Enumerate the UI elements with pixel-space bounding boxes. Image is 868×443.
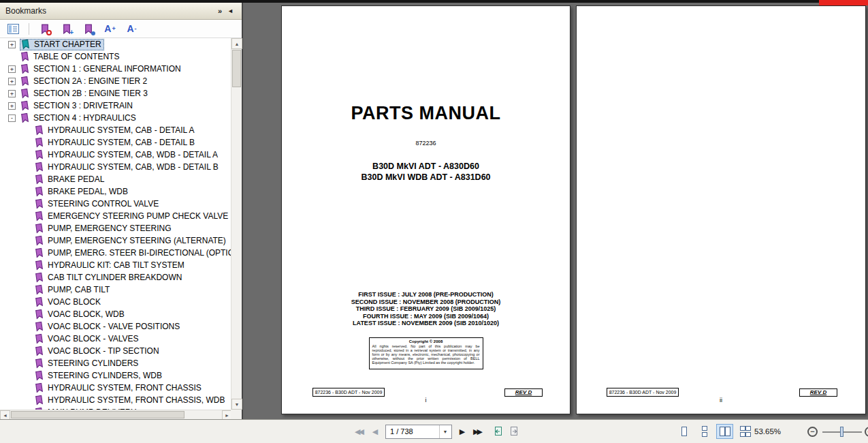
- bookmark-item[interactable]: HYDRAULIC SYSTEM, CAB, WDB - DETAIL A: [0, 149, 231, 161]
- expand-panels-icon[interactable]: »: [215, 7, 225, 15]
- bookmark-item[interactable]: +SECTION 1 : GENERAL INFORMATION: [0, 63, 231, 75]
- bookmark-entry[interactable]: VOAC BLOCK - VALVE POSITIONS: [34, 321, 182, 333]
- bookmark-item[interactable]: PUMP, EMERGENCY STEERING (ALTERNATE): [0, 234, 231, 247]
- bookmark-item[interactable]: VOAC BLOCK - TIP SECTION: [0, 345, 231, 357]
- bookmark-item[interactable]: HYDRAULIC SYSTEM, FRONT CHASSIS, WDB: [0, 394, 231, 406]
- bookmark-entry[interactable]: TABLE OF CONTENTS: [20, 51, 121, 63]
- expand-branch-icon[interactable]: +: [8, 90, 16, 97]
- bookmark-item[interactable]: PUMP, EMERGENCY STEERING: [0, 222, 231, 234]
- bookmark-item[interactable]: VOAC BLOCK - VALVES: [0, 333, 231, 345]
- bookmark-item[interactable]: VOAC BLOCK - VALVE POSITIONS: [0, 320, 231, 333]
- single-page-view-button[interactable]: [675, 424, 692, 439]
- bookmark-entry[interactable]: HYDRAULIC SYSTEM, FRONT CHASSIS: [34, 382, 204, 394]
- continuous-view-button[interactable]: [696, 424, 713, 439]
- bookmark-entry[interactable]: STEERING CONTROL VALVE: [34, 198, 161, 210]
- bookmark-item[interactable]: -SECTION 4 : HYDRAULICS: [0, 112, 231, 124]
- bookmark-entry[interactable]: PUMP, CAB TILT: [34, 284, 112, 296]
- bookmark-item[interactable]: VOAC BLOCK, WDB: [0, 308, 231, 320]
- decrease-text-size-button[interactable]: A-: [123, 21, 141, 37]
- bookmark-item[interactable]: STEERING CYLINDERS, WDB: [0, 369, 231, 382]
- bookmark-entry[interactable]: PUMP, EMERGENCY STEERING: [34, 223, 174, 234]
- bookmark-item[interactable]: +SECTION 2B : ENGINE TIER 3: [0, 87, 231, 100]
- bookmark-item[interactable]: BRAKE PEDAL, WDB: [0, 185, 231, 198]
- previous-page-button[interactable]: ◀: [370, 424, 381, 439]
- expand-branch-icon[interactable]: +: [8, 65, 16, 73]
- continuous-facing-view-button[interactable]: [737, 424, 754, 439]
- hide-panel-icon[interactable]: ◄: [225, 7, 236, 14]
- bookmark-entry[interactable]: BRAKE PEDAL: [34, 174, 106, 185]
- vertical-scroll-thumb[interactable]: [232, 50, 241, 87]
- bookmark-item[interactable]: BRAKE PEDAL: [0, 173, 231, 185]
- bookmark-entry[interactable]: BRAKE PEDAL, WDB: [34, 186, 130, 198]
- document-page-1[interactable]: PARTS MANUAL 872236 B30D MkVI ADT - A830…: [281, 5, 570, 414]
- bookmark-entry[interactable]: VOAC BLOCK - TIP SECTION: [34, 346, 161, 357]
- bookmark-entry[interactable]: HYDRAULIC SYSTEM, FRONT CHASSIS, WDB: [34, 395, 227, 406]
- bookmark-entry[interactable]: HYDRAULIC SYSTEM, CAB, WDB - DETAIL B: [34, 162, 221, 173]
- bookmark-entry[interactable]: START CHAPTER: [20, 39, 104, 50]
- bookmark-item[interactable]: STEERING CYLINDERS: [0, 357, 231, 369]
- bookmark-item[interactable]: TABLE OF CONTENTS: [0, 50, 231, 63]
- scroll-up-icon[interactable]: ▲: [231, 38, 242, 49]
- increase-text-size-button[interactable]: A+: [101, 21, 119, 37]
- zoom-level[interactable]: 53.65%: [754, 427, 781, 436]
- next-page-button[interactable]: ▶: [457, 424, 468, 439]
- bookmark-entry[interactable]: VOAC BLOCK - VALVES: [34, 333, 141, 345]
- page-dropdown-icon[interactable]: ▼: [439, 425, 451, 438]
- zoom-slider-thumb[interactable]: [840, 427, 843, 437]
- bookmark-item[interactable]: PUMP, CAB TILT: [0, 284, 231, 296]
- bookmark-item[interactable]: PUMP, EMERG. STEER BI-DIRECTIONAL (OPTIO…: [0, 247, 231, 259]
- bookmark-item[interactable]: +START CHAPTER: [0, 38, 231, 50]
- bookmark-entry[interactable]: HYDRAULIC SYSTEM, CAB - DETAIL A: [34, 125, 196, 136]
- bookmark-entry[interactable]: VOAC BLOCK, WDB: [34, 309, 127, 320]
- zoom-out-button[interactable]: −: [807, 427, 818, 437]
- locate-current-bookmark-button[interactable]: [35, 21, 54, 37]
- next-view-button[interactable]: [509, 424, 520, 439]
- bookmark-item[interactable]: +SECTION 3 : DRIVETRAIN: [0, 100, 231, 112]
- add-bookmark-button[interactable]: +: [57, 21, 76, 37]
- document-page-2[interactable]: 872236 - B30D ADT - Nov 2009 ii REV D: [576, 5, 866, 414]
- bookmark-item[interactable]: HYDRAULIC SYSTEM, FRONT CHASSIS: [0, 382, 231, 394]
- zoom-in-button[interactable]: +: [865, 427, 868, 437]
- bookmark-item[interactable]: HYDRAULIC SYSTEM, CAB - DETAIL B: [0, 136, 231, 149]
- bookmark-item[interactable]: HYDRAULIC SYSTEM, CAB - DETAIL A: [0, 124, 231, 136]
- bookmark-item[interactable]: STEERING CONTROL VALVE: [0, 198, 231, 210]
- bookmark-entry[interactable]: CAB TILT CYLINDER BREAKDOWN: [34, 272, 184, 284]
- bookmark-entry[interactable]: HYDRAULIC SYSTEM, CAB, WDB - DETAIL A: [34, 149, 220, 161]
- facing-view-button[interactable]: [716, 424, 733, 439]
- bookmark-entry[interactable]: PUMP, EMERG. STEER BI-DIRECTIONAL (OPTIO…: [34, 247, 231, 259]
- sidebar-horizontal-scrollbar[interactable]: ◄ ►: [0, 410, 232, 419]
- bookmark-entry[interactable]: VOAC BLOCK: [34, 296, 103, 308]
- page-number-input[interactable]: [386, 425, 439, 438]
- bookmark-item[interactable]: CAB TILT CYLINDER BREAKDOWN: [0, 271, 231, 284]
- bookmark-entry[interactable]: SECTION 2B : ENGINE TIER 3: [20, 88, 150, 100]
- bookmark-entry[interactable]: SECTION 3 : DRIVETRAIN: [20, 100, 135, 112]
- bookmark-item[interactable]: HYDRAULIC SYSTEM, CAB, WDB - DETAIL B: [0, 161, 231, 173]
- scroll-down-icon[interactable]: ▼: [231, 399, 242, 410]
- bookmark-entry[interactable]: STEERING CYLINDERS, WDB: [34, 370, 164, 382]
- expand-branch-icon[interactable]: +: [8, 78, 16, 85]
- expand-bookmarks-button[interactable]: [79, 21, 97, 37]
- bookmark-entry[interactable]: SECTION 2A : ENGINE TIER 2: [20, 76, 149, 87]
- bookmark-item[interactable]: VOAC BLOCK: [0, 296, 231, 308]
- bookmark-entry[interactable]: HYDRAULIC KIT: CAB TILT SYSTEM: [34, 260, 187, 271]
- bookmark-item[interactable]: HYDRAULIC KIT: CAB TILT SYSTEM: [0, 259, 231, 271]
- horizontal-scroll-thumb[interactable]: [11, 411, 184, 418]
- bookmark-entry[interactable]: SECTION 4 : HYDRAULICS: [20, 112, 138, 124]
- bookmark-entry[interactable]: PUMP, EMERGENCY STEERING (ALTERNATE): [34, 235, 228, 247]
- last-page-button[interactable]: ▶▶: [472, 424, 483, 439]
- bookmark-entry[interactable]: HYDRAULIC SYSTEM, CAB - DETAIL B: [34, 137, 197, 149]
- window-close-button-fragment[interactable]: [819, 0, 868, 5]
- first-page-button[interactable]: ◀◀: [354, 424, 365, 439]
- bookmark-entry[interactable]: EMERGENCY STEERING PUMP CHECK VALVE: [34, 211, 230, 222]
- collapse-branch-icon[interactable]: -: [8, 114, 16, 122]
- bookmark-item[interactable]: EMERGENCY STEERING PUMP CHECK VALVE: [0, 210, 231, 222]
- scroll-left-icon[interactable]: ◄: [0, 410, 10, 420]
- sidebar-vertical-scrollbar[interactable]: ▲ ▼: [231, 38, 242, 410]
- expand-branch-icon[interactable]: +: [8, 41, 16, 48]
- bookmark-options-button[interactable]: [4, 21, 22, 37]
- previous-view-button[interactable]: [492, 424, 504, 439]
- bookmark-entry[interactable]: STEERING CYLINDERS: [34, 358, 140, 369]
- bookmark-item[interactable]: +SECTION 2A : ENGINE TIER 2: [0, 75, 231, 87]
- expand-branch-icon[interactable]: +: [8, 102, 16, 110]
- bookmark-entry[interactable]: SECTION 1 : GENERAL INFORMATION: [20, 63, 183, 75]
